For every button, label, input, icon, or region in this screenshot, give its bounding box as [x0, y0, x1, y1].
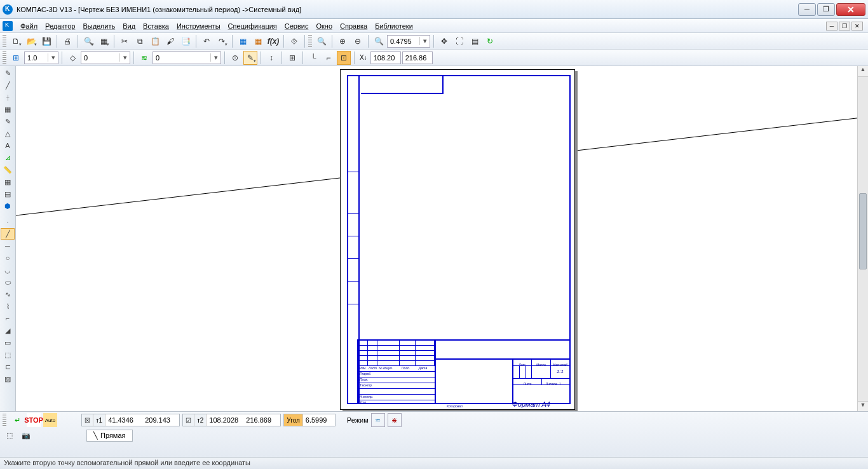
mode-no-intersect-button[interactable]: ⋍ — [371, 413, 385, 427]
zoom-window-button[interactable]: 🔍 — [315, 34, 329, 48]
stop-button[interactable]: STOP — [27, 413, 41, 427]
tool-pt-icon[interactable]: · — [1, 216, 15, 228]
local-cs-button[interactable]: └ — [306, 51, 320, 65]
prop-grip[interactable] — [3, 414, 6, 426]
save-button[interactable]: 💾 — [39, 34, 53, 48]
state-combo[interactable]: ▾ — [81, 51, 130, 64]
toolbar-grip[interactable] — [308, 35, 312, 48]
tool-arc-icon[interactable]: ◡ — [1, 264, 15, 276]
fx-button[interactable]: f(x) — [266, 34, 280, 48]
tool-equid-icon[interactable]: ⊏ — [1, 361, 15, 372]
tool-circle-icon[interactable]: ○ — [1, 252, 15, 264]
vertical-scrollbar[interactable]: ▲ ▼ — [857, 66, 868, 412]
tab-line[interactable]: ╲ Прямая — [86, 430, 133, 442]
round-button[interactable]: ⊡ — [337, 51, 351, 65]
menu-select[interactable]: Выделить — [79, 21, 119, 31]
geom-line-icon[interactable]: ╱ — [1, 79, 15, 91]
system-menu-icon[interactable] — [3, 21, 13, 31]
layer-combo[interactable]: ▾ — [153, 51, 221, 64]
t1-x-input[interactable] — [105, 414, 142, 426]
tool-spline-icon[interactable]: ∿ — [1, 289, 15, 300]
menu-window[interactable]: Окно — [312, 21, 336, 31]
state-button[interactable]: ◇ — [65, 51, 79, 65]
geom-aux-icon[interactable]: A — [1, 140, 15, 151]
redraw-button[interactable]: ↻ — [483, 34, 497, 48]
cascade-button[interactable]: ▦ — [97, 34, 111, 48]
t1-toggle[interactable]: ☒ — [82, 414, 93, 426]
geom-spec-icon[interactable]: ▦ — [1, 176, 15, 187]
scroll-thumb[interactable] — [859, 193, 867, 269]
minimize-button[interactable]: ─ — [798, 3, 816, 16]
open-button[interactable]: 📂 — [24, 34, 38, 48]
zoom-input[interactable] — [388, 36, 419, 47]
tool-fillet-icon[interactable]: ⌐ — [1, 313, 15, 324]
mode-intersect-button[interactable]: ⋇ — [388, 413, 402, 427]
help-pointer-button[interactable]: ⯑ — [287, 34, 301, 48]
toolbar-grip[interactable] — [3, 35, 6, 48]
mdi-close[interactable]: ✕ — [851, 22, 863, 31]
preview-button[interactable]: 🔍 — [81, 34, 95, 48]
refresh-button[interactable]: ▤ — [468, 34, 482, 48]
select-mode-button[interactable]: ⬚ — [3, 428, 17, 442]
maximize-button[interactable]: ❐ — [817, 3, 835, 16]
menu-service[interactable]: Сервис — [281, 21, 313, 31]
layer-input[interactable] — [153, 52, 210, 64]
geom-param-icon[interactable]: ⊿ — [1, 152, 15, 163]
t2-y-input[interactable] — [243, 414, 280, 426]
tool-hatch-fill-icon[interactable]: ▨ — [1, 373, 15, 384]
angle-input[interactable] — [303, 414, 335, 426]
t2-x-input[interactable] — [207, 414, 243, 426]
format-brush-button[interactable]: 🖌 — [163, 34, 177, 48]
menu-file[interactable]: Файл — [17, 21, 41, 31]
auto-button[interactable]: Auto — [43, 413, 57, 427]
layer-button[interactable]: ≋ — [137, 51, 151, 65]
geom-text-icon[interactable]: ✎ — [1, 116, 15, 127]
step-combo[interactable]: ▾ — [24, 51, 58, 64]
zoom-out-button[interactable]: ⊖ — [351, 34, 365, 48]
mdi-restore[interactable]: ❐ — [839, 22, 850, 31]
zoom-combo[interactable]: ▾ — [387, 35, 430, 48]
drawing-canvas[interactable]: Угол 6.5999 1 — [16, 66, 857, 412]
tool-rect-icon[interactable]: ▭ — [1, 337, 15, 348]
zoom-fit-button[interactable]: ⛶ — [452, 34, 466, 48]
new-button[interactable]: 🗋 — [9, 34, 23, 48]
snap-button[interactable]: ⊙ — [228, 51, 242, 65]
print-button[interactable]: 🖨 — [60, 34, 74, 48]
scroll-up-icon[interactable]: ▲ — [858, 66, 868, 77]
redo-button[interactable]: ↷ — [215, 34, 229, 48]
variables-button[interactable]: ▦ — [251, 34, 265, 48]
geom-reports-icon[interactable]: ▤ — [1, 188, 15, 200]
global-cs-button[interactable]: ⌐ — [322, 51, 336, 65]
geom-dim-icon[interactable]: ⟊ — [1, 92, 15, 103]
apply-button[interactable]: ↵ — [10, 413, 24, 427]
menu-view[interactable]: Вид — [119, 21, 139, 31]
coord-x-input[interactable] — [370, 51, 401, 64]
dim-button[interactable]: ↕ — [264, 51, 278, 65]
zoom-in-button[interactable]: ⊕ — [336, 34, 349, 48]
toolbar-grip[interactable] — [3, 51, 6, 64]
geom-build-icon[interactable]: ⬢ — [1, 200, 15, 212]
cut-button[interactable]: ✂ — [118, 34, 132, 48]
step-input[interactable] — [25, 52, 48, 64]
step-button[interactable]: ⊞ — [9, 51, 23, 65]
camera-button[interactable]: 📷 — [19, 428, 33, 442]
t2-toggle[interactable]: ☑ — [183, 414, 194, 426]
state-input[interactable] — [81, 52, 119, 64]
manager-button[interactable]: ▦ — [236, 34, 250, 48]
copy-button[interactable]: ⧉ — [133, 34, 147, 48]
menu-insert[interactable]: Вставка — [139, 21, 173, 31]
zoom-dynamic-button[interactable]: 🔍 — [372, 34, 386, 48]
tool-chamfer-icon[interactable]: ◢ — [1, 325, 15, 336]
menu-editor[interactable]: Редактор — [41, 21, 79, 31]
properties-button[interactable]: 📑 — [179, 34, 193, 48]
geom-measure-icon[interactable]: 📏 — [1, 164, 15, 175]
pan-button[interactable]: ✥ — [437, 34, 451, 48]
close-button[interactable]: ✕ — [836, 3, 865, 16]
geom-hatch-icon[interactable]: ▦ — [1, 104, 15, 115]
tool-aux-line-icon[interactable]: ╱ — [1, 228, 15, 240]
tool-bezier-icon[interactable]: ⌇ — [1, 301, 15, 312]
mdi-minimize[interactable]: ─ — [826, 22, 837, 31]
menu-help[interactable]: Справка — [336, 21, 371, 31]
geom-edit-icon[interactable]: △ — [1, 128, 15, 139]
menu-spec[interactable]: Спецификация — [224, 21, 281, 31]
